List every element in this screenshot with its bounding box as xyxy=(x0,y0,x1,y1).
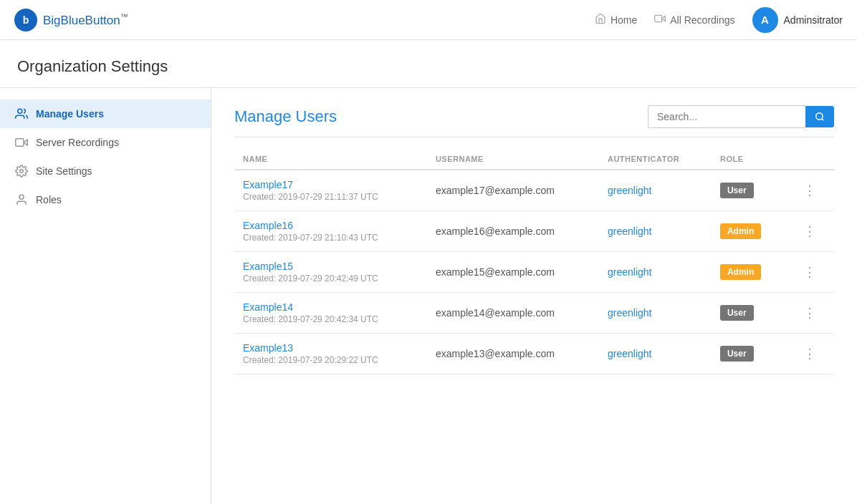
svg-rect-1 xyxy=(655,15,662,21)
table-row: Example15 Created: 2019-07-29 20:42:49 U… xyxy=(234,252,834,293)
user-created: Created: 2019-07-29 21:11:37 UTC xyxy=(243,192,418,202)
col-username: USERNAME xyxy=(427,149,599,170)
svg-marker-0 xyxy=(662,16,666,21)
svg-point-6 xyxy=(19,195,24,199)
table-row: Example14 Created: 2019-07-29 20:42:34 U… xyxy=(234,293,834,334)
user-email: example17@example.com xyxy=(436,185,555,196)
user-created: Created: 2019-07-29 20:29:22 UTC xyxy=(243,355,418,365)
role-badge: User xyxy=(720,346,754,362)
user-name-cell: Example13 Created: 2019-07-29 20:29:22 U… xyxy=(234,334,427,374)
user-name-cell: Example16 Created: 2019-07-29 21:10:43 U… xyxy=(234,211,427,252)
role-icon xyxy=(14,193,29,207)
user-authenticator: greenlight xyxy=(608,185,652,196)
col-actions xyxy=(785,149,834,170)
user-email: example13@example.com xyxy=(436,348,555,359)
col-name: NAME xyxy=(234,149,427,170)
user-actions-cell: ⋮ xyxy=(785,252,834,293)
user-actions-cell: ⋮ xyxy=(785,334,834,374)
sidebar-item-server-recordings[interactable]: Server Recordings xyxy=(0,128,211,157)
role-badge: Admin xyxy=(720,264,761,280)
search-bar xyxy=(648,105,834,128)
home-link[interactable]: Home xyxy=(595,13,637,26)
sidebar: Manage Users Server Recordings Site Sett… xyxy=(0,88,211,504)
user-role-cell: User xyxy=(712,293,785,334)
user-email-cell: example17@example.com xyxy=(427,170,599,211)
home-icon xyxy=(595,13,606,26)
sidebar-item-roles-label: Roles xyxy=(36,194,62,205)
table-row: Example13 Created: 2019-07-29 20:29:22 U… xyxy=(234,334,834,374)
table-row: Example16 Created: 2019-07-29 21:10:43 U… xyxy=(234,211,834,252)
actions-menu-button[interactable]: ⋮ xyxy=(794,261,825,283)
user-auth-cell: greenlight xyxy=(599,170,712,211)
sidebar-item-server-recordings-label: Server Recordings xyxy=(36,137,119,148)
user-created: Created: 2019-07-29 20:42:49 UTC xyxy=(243,273,418,284)
brand-logo[interactable]: b BigBlueButton™ xyxy=(14,9,128,32)
role-badge: User xyxy=(720,305,754,321)
manage-users-title: Manage Users xyxy=(234,107,337,126)
svg-rect-4 xyxy=(16,139,24,147)
user-email-cell: example15@example.com xyxy=(427,252,599,293)
sidebar-item-manage-users[interactable]: Manage Users xyxy=(0,100,211,128)
user-name-cell: Example17 Created: 2019-07-29 21:11:37 U… xyxy=(234,170,427,211)
user-role-cell: User xyxy=(712,170,785,211)
users-icon xyxy=(14,107,29,121)
svg-point-5 xyxy=(20,170,24,173)
user-name-cell: Example14 Created: 2019-07-29 20:42:34 U… xyxy=(234,293,427,334)
brand-icon: b xyxy=(14,9,37,32)
user-name: Example16 xyxy=(243,220,418,231)
user-actions-cell: ⋮ xyxy=(785,293,834,334)
table-body: Example17 Created: 2019-07-29 21:11:37 U… xyxy=(234,170,834,374)
svg-point-7 xyxy=(816,113,823,120)
user-role-cell: Admin xyxy=(712,211,785,252)
actions-menu-button[interactable]: ⋮ xyxy=(794,343,825,364)
user-email-cell: example14@example.com xyxy=(427,293,599,334)
user-name: Example17 xyxy=(243,179,418,190)
user-name: Example13 xyxy=(243,342,418,354)
video-camera-icon xyxy=(654,13,666,26)
user-auth-cell: greenlight xyxy=(599,211,712,252)
actions-menu-button[interactable]: ⋮ xyxy=(794,180,825,201)
main-content: Manage Users NAME USERNAME AUTHENTICATOR… xyxy=(211,88,857,504)
content-header: Manage Users xyxy=(234,105,834,137)
brand-name: BigBlueButton™ xyxy=(43,12,128,28)
all-recordings-link[interactable]: All Recordings xyxy=(654,13,734,26)
user-email: example14@example.com xyxy=(436,307,555,319)
user-auth-cell: greenlight xyxy=(599,252,712,293)
actions-menu-button[interactable]: ⋮ xyxy=(794,302,825,324)
col-role: ROLE xyxy=(712,149,785,170)
user-menu[interactable]: A Adminsitrator xyxy=(752,7,843,33)
svg-line-8 xyxy=(822,119,824,121)
user-authenticator: greenlight xyxy=(608,226,652,237)
table-row: Example17 Created: 2019-07-29 21:11:37 U… xyxy=(234,170,834,211)
user-actions-cell: ⋮ xyxy=(785,211,834,252)
user-email: example16@example.com xyxy=(436,226,555,237)
user-email-cell: example13@example.com xyxy=(427,334,599,374)
svg-marker-3 xyxy=(24,140,27,145)
user-created: Created: 2019-07-29 21:10:43 UTC xyxy=(243,233,418,243)
search-input[interactable] xyxy=(648,105,805,128)
user-name: Example15 xyxy=(243,261,418,272)
sidebar-item-roles[interactable]: Roles xyxy=(0,185,211,214)
svg-point-2 xyxy=(18,109,22,113)
page-header: Organization Settings xyxy=(0,40,857,88)
navbar: b BigBlueButton™ Home All Recordings xyxy=(0,0,857,40)
user-authenticator: greenlight xyxy=(608,307,652,319)
server-recordings-icon xyxy=(14,135,29,150)
search-button[interactable] xyxy=(805,106,834,127)
actions-menu-button[interactable]: ⋮ xyxy=(794,220,825,242)
user-actions-cell: ⋮ xyxy=(785,170,834,211)
sidebar-item-site-settings[interactable]: Site Settings xyxy=(0,157,211,185)
user-name-cell: Example15 Created: 2019-07-29 20:42:49 U… xyxy=(234,252,427,293)
user-auth-cell: greenlight xyxy=(599,293,712,334)
user-role-cell: Admin xyxy=(712,252,785,293)
sidebar-item-site-settings-label: Site Settings xyxy=(36,165,92,177)
table-header: NAME USERNAME AUTHENTICATOR ROLE xyxy=(234,149,834,170)
page-body: Manage Users Server Recordings Site Sett… xyxy=(0,88,857,504)
user-auth-cell: greenlight xyxy=(599,334,712,374)
gear-icon xyxy=(14,164,29,178)
search-icon xyxy=(815,112,825,122)
user-created: Created: 2019-07-29 20:42:34 UTC xyxy=(243,314,418,324)
sidebar-item-manage-users-label: Manage Users xyxy=(36,108,104,120)
user-email: example15@example.com xyxy=(436,266,555,278)
avatar: A xyxy=(752,7,778,33)
